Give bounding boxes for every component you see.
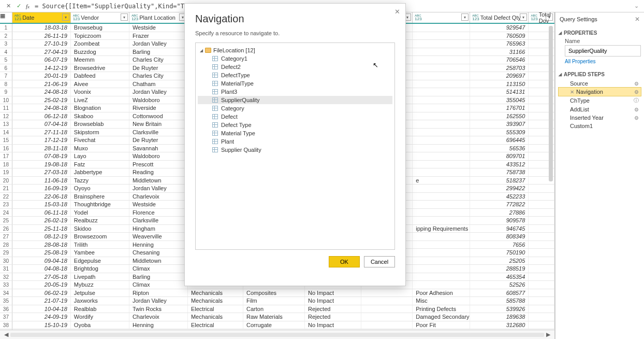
cell[interactable]: Jordan Valley [129, 185, 188, 192]
tree-item[interactable]: Defect2 [198, 63, 392, 71]
gear-icon[interactable]: ⚙ [634, 81, 639, 87]
all-properties-link[interactable]: All Properties [565, 59, 595, 64]
column-header[interactable]: ABC123Date▾ [12, 12, 71, 23]
cell[interactable]: 946745 [470, 225, 529, 233]
cell[interactable]: 06-11-18 [12, 209, 71, 217]
cell[interactable]: De Ruyter [129, 136, 188, 144]
cell[interactable]: Muxo [71, 145, 129, 152]
cell[interactable]: 25-11-18 [12, 225, 71, 233]
cell[interactable]: Yodel [71, 209, 129, 217]
row-number[interactable]: 4 [0, 48, 12, 56]
cell[interactable] [413, 112, 470, 120]
cell[interactable]: 765963 [470, 40, 529, 48]
cell[interactable]: 15-03-18 [12, 201, 71, 208]
cell[interactable]: Rejected [305, 313, 361, 321]
cell[interactable]: 518237 [470, 177, 529, 185]
collapse-steps-icon[interactable]: ◢ [559, 72, 562, 77]
cell[interactable]: Trilith [71, 241, 129, 249]
expand-formula-icon[interactable]: ⌄ [632, 3, 641, 9]
cell[interactable]: Clarksville [129, 217, 188, 224]
cell[interactable]: Fatz [71, 161, 129, 168]
cell[interactable]: 56536 [470, 145, 529, 152]
cell[interactable]: No Impact [305, 321, 361, 329]
cell[interactable] [361, 321, 413, 329]
cell[interactable]: 22-06-18 [12, 193, 71, 201]
cell[interactable]: Cottonwood [129, 112, 188, 120]
cell[interactable]: 25205 [470, 257, 529, 265]
collapse-properties-icon[interactable]: ◢ [559, 31, 562, 35]
cell[interactable] [361, 289, 413, 297]
cell[interactable] [413, 201, 470, 208]
cell[interactable] [413, 257, 470, 265]
cell[interactable]: No Impact [305, 289, 361, 297]
row-number[interactable]: 10 [0, 96, 12, 104]
cell[interactable]: 11-06-18 [12, 177, 71, 185]
row-number[interactable]: 34 [0, 289, 12, 297]
cell[interactable] [413, 217, 470, 224]
cell[interactable] [413, 168, 470, 176]
datatype-icon[interactable]: ABC123 [531, 14, 537, 21]
cell[interactable]: Waldoboro [129, 96, 188, 104]
cell[interactable]: Savannah [129, 145, 188, 152]
cell[interactable]: 24-09-19 [12, 313, 71, 321]
cell[interactable]: Browsezoom [71, 233, 129, 241]
cell[interactable]: 16-09-19 [12, 185, 71, 192]
gear-icon[interactable]: ⚙ [634, 89, 639, 95]
cell[interactable]: Skaboo [71, 112, 129, 120]
cell[interactable]: 465354 [470, 273, 529, 281]
column-filter-icon[interactable]: ▾ [520, 13, 527, 21]
cell[interactable]: Yambee [71, 249, 129, 257]
cell[interactable]: Film [243, 297, 305, 305]
row-number[interactable]: 3 [0, 40, 12, 48]
accept-formula-icon[interactable]: ✓ [13, 1, 24, 11]
cell[interactable]: 608577 [470, 289, 529, 297]
cell[interactable]: 355045 [470, 96, 529, 104]
cell[interactable]: 20-01-19 [12, 72, 71, 80]
cell[interactable]: 21-07-19 [12, 297, 71, 305]
row-number[interactable]: 23 [0, 201, 12, 208]
cell[interactable]: Fivechat [71, 136, 129, 144]
tree-root[interactable]: ◢ FileLocation [12] [198, 46, 392, 54]
close-dialog-icon[interactable]: ✕ [394, 8, 400, 16]
cell[interactable]: 19-08-18 [12, 161, 71, 168]
cell[interactable]: Topiczoom [71, 32, 129, 40]
ok-button[interactable]: OK [329, 256, 360, 267]
cell[interactable]: Climax [129, 281, 188, 289]
cell[interactable]: 312680 [470, 321, 529, 329]
cell[interactable]: Oyoyo [71, 185, 129, 192]
tree-item[interactable]: Supplier Quality [198, 146, 392, 154]
cell[interactable] [413, 32, 470, 40]
cell[interactable]: Composites [243, 289, 305, 297]
cell[interactable] [413, 96, 470, 104]
cell[interactable]: 07-08-19 [12, 152, 71, 160]
cell[interactable]: 26-02-19 [12, 217, 71, 224]
cancel-button[interactable]: Cancel [364, 256, 395, 267]
row-number[interactable]: 9 [0, 88, 12, 96]
cell[interactable]: 209697 [470, 72, 529, 80]
row-number[interactable]: 28 [0, 241, 12, 249]
row-number[interactable]: 35 [0, 297, 12, 305]
cell[interactable]: Jordan Valley [129, 40, 188, 48]
cell[interactable]: Blognation [71, 104, 129, 112]
cell[interactable] [413, 161, 470, 168]
cell[interactable]: Edgepulse [71, 257, 129, 265]
cell[interactable]: 393907 [470, 120, 529, 128]
cell[interactable]: Skidoo [71, 225, 129, 233]
row-number[interactable]: 36 [0, 305, 12, 313]
tree-item[interactable]: DefectType [198, 71, 392, 79]
row-number[interactable]: 17 [0, 152, 12, 160]
cell[interactable]: Jordan Valley [129, 297, 188, 305]
cell[interactable]: Realblab [71, 305, 129, 313]
applied-step[interactable]: ChTypeⓘ [559, 96, 641, 105]
cell[interactable]: 52526 [470, 281, 529, 289]
cell[interactable]: Livepath [71, 273, 129, 281]
cell[interactable]: 24-08-18 [12, 88, 71, 96]
cell[interactable] [361, 297, 413, 305]
row-number[interactable]: 6 [0, 64, 12, 72]
cell[interactable]: 25-02-19 [12, 96, 71, 104]
applied-step[interactable]: ✕Navigation⚙ [559, 88, 641, 96]
cell[interactable]: Realbuzz [71, 217, 129, 224]
cell[interactable]: Misc [413, 297, 470, 305]
cell[interactable]: 21-06-19 [12, 80, 71, 88]
cell[interactable]: Thoughtbridge [71, 201, 129, 208]
